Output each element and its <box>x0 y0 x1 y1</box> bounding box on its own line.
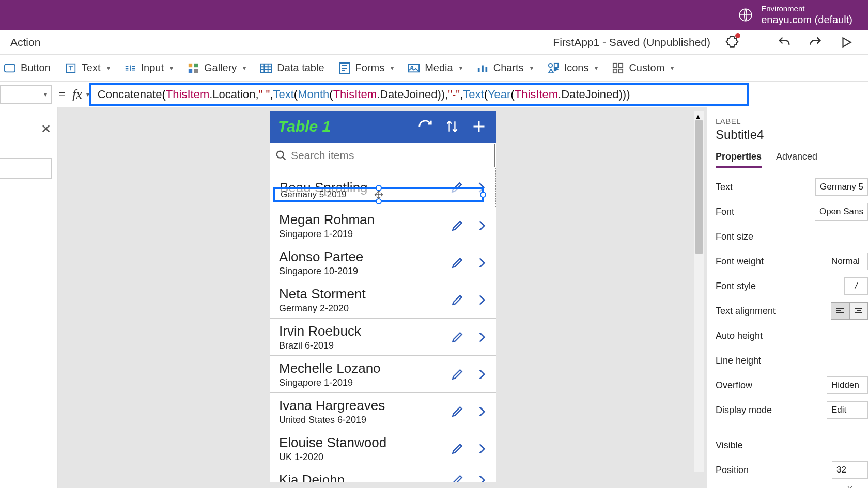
prop-overflow-label: Overflow <box>716 380 827 391</box>
chevron-right-icon[interactable] <box>475 330 489 344</box>
edit-icon[interactable] <box>451 219 464 232</box>
app-preview: Table 1 Beau Spratling <box>270 111 496 482</box>
preview-title: Table 1 <box>278 118 407 135</box>
formula-bar: ▾ = fx▾ Concatenate(ThisItem.Location, "… <box>0 82 868 107</box>
globe-icon <box>738 8 753 22</box>
custom-icon <box>612 62 624 74</box>
prop-fontsize-label: Font size <box>716 231 868 242</box>
prop-position-x[interactable]: 32 <box>832 461 868 479</box>
add-icon[interactable] <box>470 118 488 135</box>
svg-rect-15 <box>554 63 557 67</box>
tree-view-pane: ✕ <box>0 107 58 488</box>
tab-properties[interactable]: Properties <box>716 151 762 168</box>
canvas-area[interactable]: Table 1 Beau Spratling <box>58 107 707 488</box>
svg-point-20 <box>277 151 284 158</box>
chevron-down-icon: ▾ <box>170 65 173 72</box>
gallery-icon <box>188 62 199 74</box>
undo-button[interactable] <box>775 33 794 52</box>
title-bar: Environment enayu.com (default) <box>0 0 868 30</box>
prop-text-value[interactable]: Germany 5 <box>815 178 868 196</box>
tab-advanced[interactable]: Advanced <box>776 151 817 168</box>
selected-subtitle-control[interactable]: Germany 5-2019 <box>273 187 484 202</box>
chevron-right-icon[interactable] <box>475 368 489 381</box>
chevron-right-icon[interactable] <box>475 256 489 270</box>
sort-icon[interactable] <box>443 118 461 135</box>
ribbon-charts[interactable]: Charts▾ <box>477 62 533 74</box>
command-tab-action[interactable]: Action <box>4 36 47 49</box>
equals-label: = <box>52 88 72 101</box>
ribbon-text[interactable]: Text▾ <box>65 62 110 74</box>
edit-icon[interactable] <box>451 474 464 483</box>
align-left-icon[interactable] <box>831 302 849 320</box>
icons-icon <box>548 62 559 74</box>
edit-icon[interactable] <box>451 256 464 270</box>
fx-icon[interactable]: fx <box>72 87 82 102</box>
svg-rect-19 <box>619 69 623 72</box>
list-item[interactable]: Neta StormentGermany 2-2020 <box>270 281 496 319</box>
ribbon-gallery[interactable]: Gallery▾ <box>188 62 246 74</box>
prop-font-value[interactable]: Open Sans <box>815 203 868 221</box>
move-icon[interactable] <box>374 190 383 199</box>
property-dropdown[interactable]: ▾ <box>0 85 52 104</box>
play-button[interactable] <box>837 33 856 52</box>
button-icon <box>4 62 16 74</box>
svg-rect-17 <box>619 63 623 67</box>
search-input[interactable] <box>291 149 490 162</box>
list-item[interactable]: Irvin RoebuckBrazil 6-2019 <box>270 319 496 356</box>
redo-button[interactable] <box>806 33 825 52</box>
chevron-right-icon[interactable] <box>475 293 489 307</box>
list-item[interactable]: Alonso ParteeSingapore 10-2019 <box>270 244 496 281</box>
edit-icon[interactable] <box>451 442 464 455</box>
text-align-segmented[interactable] <box>831 302 868 320</box>
list-item[interactable]: Megan RohmanSingapore 1-2019 <box>270 207 496 244</box>
svg-rect-9 <box>409 64 419 72</box>
svg-rect-16 <box>613 63 617 67</box>
prop-fontweight-value[interactable]: Normal <box>827 253 868 270</box>
table-icon <box>260 62 272 74</box>
ribbon-button[interactable]: Button <box>4 62 51 74</box>
search-icon <box>275 150 287 161</box>
ribbon-forms[interactable]: Forms▾ <box>339 62 394 74</box>
search-box[interactable] <box>271 144 495 167</box>
ribbon-icons[interactable]: Icons▾ <box>548 62 598 74</box>
input-icon <box>125 62 136 74</box>
ribbon-data-table[interactable]: Data table <box>260 62 324 74</box>
chevron-right-icon[interactable] <box>475 405 489 418</box>
tree-search-box[interactable] <box>0 158 52 179</box>
list-item[interactable]: Mechelle LozanoSingapore 1-2019 <box>270 356 496 393</box>
ribbon-media[interactable]: Media▾ <box>408 62 462 74</box>
chevron-right-icon[interactable] <box>475 474 489 483</box>
prop-fontstyle-value[interactable]: / <box>844 277 868 295</box>
chevron-right-icon[interactable] <box>475 442 489 455</box>
edit-icon[interactable] <box>451 368 464 381</box>
edit-icon[interactable] <box>451 293 464 307</box>
edit-icon[interactable] <box>451 330 464 344</box>
align-center-icon[interactable] <box>849 302 868 320</box>
chevron-right-icon[interactable] <box>475 219 489 232</box>
svg-rect-7 <box>261 64 271 72</box>
environment-block[interactable]: Environment enayu.com (default) <box>738 4 853 26</box>
control-name[interactable]: Subtitle4 <box>716 128 868 142</box>
ribbon-custom[interactable]: Custom▾ <box>612 62 674 74</box>
canvas-scrollbar[interactable]: ▴ <box>694 111 704 472</box>
list-item[interactable]: Ivana HargreavesUnited States 6-2019 <box>270 393 496 430</box>
app-header: Action FirstApp1 - Saved (Unpublished) <box>0 30 868 55</box>
scrollbar-thumb[interactable] <box>695 120 703 254</box>
prop-x-label: X <box>847 484 868 489</box>
ribbon-input[interactable]: Input▾ <box>125 62 173 74</box>
svg-rect-3 <box>189 63 192 67</box>
list-item[interactable]: Kia Dejohn <box>270 467 496 482</box>
refresh-icon[interactable] <box>416 118 434 135</box>
list-item[interactable]: Elouise StanwoodUK 1-2020 <box>270 430 496 467</box>
prop-fontstyle-label: Font style <box>716 281 844 292</box>
app-checker-icon[interactable] <box>723 33 741 52</box>
list-item[interactable]: Beau Spratling Germany 5-2019 <box>270 168 496 207</box>
prop-overflow-value[interactable]: Hidden <box>827 376 868 394</box>
formula-input[interactable]: Concatenate(ThisItem.Location, " ", Text… <box>89 83 749 106</box>
edit-icon[interactable] <box>451 405 464 418</box>
prop-displaymode-label: Display mode <box>716 405 827 416</box>
divider <box>758 35 758 50</box>
media-icon <box>408 62 420 74</box>
prop-displaymode-value[interactable]: Edit <box>827 401 868 419</box>
resize-handle[interactable] <box>480 192 486 198</box>
